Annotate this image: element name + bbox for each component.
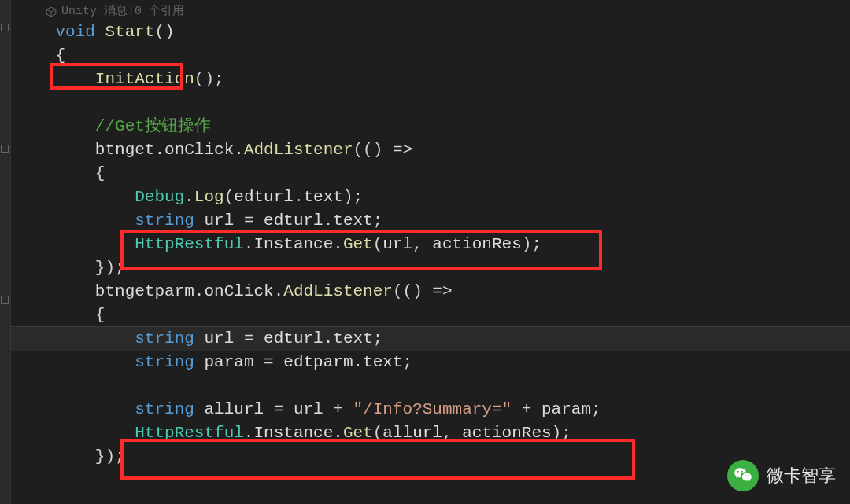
keyword-string: string [135, 351, 194, 374]
lambda-open: (() => [353, 138, 413, 162]
wechat-icon [727, 460, 759, 491]
method-call: Log [194, 186, 224, 209]
code-line[interactable]: Debug.Log(edturl.text); [16, 186, 850, 209]
method-call: InitAction [95, 68, 194, 91]
keyword-void: void [55, 20, 94, 44]
code-line-blank[interactable] [16, 374, 850, 398]
method-name: Start [105, 20, 154, 44]
fold-marker-icon[interactable] [1, 296, 9, 304]
comment-text: //Get按钮操作 [95, 115, 211, 138]
brace-open: { [95, 304, 105, 327]
folding-gutter [0, 0, 11, 504]
keyword-string: string [135, 398, 194, 421]
type-debug: Debug [135, 186, 184, 209]
identifier: btngetparm [95, 280, 194, 304]
code-line[interactable]: btnget.onClick.AddListener(() => [16, 138, 850, 162]
method-get: Get [343, 233, 373, 256]
keyword-string: string [135, 209, 194, 233]
code-line[interactable]: }); [16, 256, 850, 280]
watermark: 微卡智享 [727, 460, 836, 491]
code-line[interactable]: { [16, 162, 850, 186]
codelens-row[interactable]: Unity 消息|0 个引用 [16, 3, 850, 20]
parens: () [154, 20, 174, 44]
code-line[interactable]: string url = edturl.text; [16, 209, 850, 233]
code-line[interactable]: void Start () [16, 20, 850, 44]
codelens-text[interactable]: Unity 消息|0 个引用 [61, 3, 184, 20]
brace-close: }); [95, 256, 125, 280]
code-line[interactable]: HttpRestful.Instance.Get(allurl, actionR… [16, 421, 850, 445]
identifier: onClick [164, 138, 234, 162]
code-line[interactable]: { [16, 304, 850, 327]
code-line[interactable]: InitAction(); [16, 68, 850, 91]
code-line[interactable]: string param = edtparm.text; [16, 351, 850, 374]
watermark-text: 微卡智享 [767, 464, 836, 487]
code-line[interactable]: HttpRestful.Instance.Get(url, actionRes)… [16, 233, 850, 256]
brace-open: { [55, 44, 65, 68]
code-area[interactable]: Unity 消息|0 个引用 void Start () { InitActio… [11, 0, 850, 504]
type-httprestful: HttpRestful [135, 233, 244, 256]
code-line[interactable]: btngetparm.onClick.AddListener(() => [16, 280, 850, 304]
active-code-line[interactable]: string url = edturl.text; [11, 327, 850, 351]
method-call: AddListener [283, 280, 393, 304]
string-literal: "/Info?Summary=" [353, 398, 512, 421]
method-call: AddListener [244, 138, 353, 162]
type-httprestful: HttpRestful [135, 421, 244, 445]
unity-icon [46, 6, 57, 17]
brace-close: }); [95, 445, 125, 469]
code-editor[interactable]: Unity 消息|0 个引用 void Start () { InitActio… [0, 0, 850, 504]
keyword-string: string [135, 327, 194, 351]
lambda-open: (() => [393, 280, 453, 304]
method-get: Get [343, 421, 373, 445]
identifier: btnget [95, 138, 155, 162]
code-line[interactable]: string allurl = url + "/Info?Summary=" +… [16, 398, 850, 421]
code-line[interactable]: //Get按钮操作 [16, 115, 850, 138]
code-line[interactable]: }); [16, 445, 850, 469]
fold-marker-icon[interactable] [1, 145, 9, 153]
tail: (); [194, 68, 224, 91]
fold-marker-icon[interactable] [1, 24, 9, 31]
brace-open: { [95, 162, 105, 186]
code-line-blank[interactable] [16, 91, 850, 115]
code-line[interactable]: { [16, 44, 850, 68]
